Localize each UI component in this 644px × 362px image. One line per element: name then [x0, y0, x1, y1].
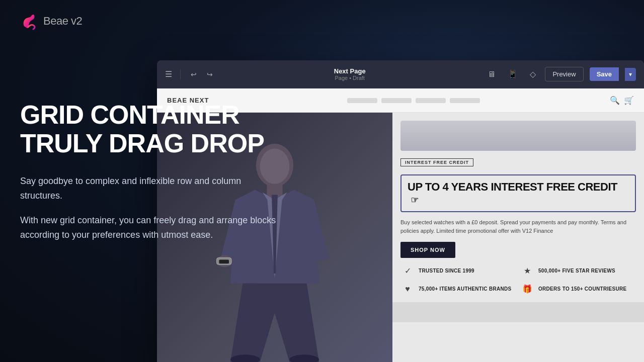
toolbar-center: Next Page Page • Draft [221, 67, 478, 81]
orders-icon: 🎁 [520, 282, 534, 296]
redo-button[interactable]: ↪ [205, 68, 215, 80]
interest-badge: INTEREST FREE CREDIT [400, 158, 473, 166]
heading-line1: GRID CONTAINER [20, 100, 239, 129]
five-star-text: 500,000+ FIVE STAR REVIEWS [538, 267, 615, 274]
search-icon[interactable]: 🔍 [610, 96, 620, 105]
description-1: Say goodbye to complex and inflexible ro… [20, 174, 282, 203]
toolbar-right: 🖥 📱 ◇ Preview Save ▾ [485, 67, 636, 81]
trust-badge-0: ✓ TRUSTED SINCE 1999 [400, 264, 516, 278]
menu-icon[interactable]: ☰ [165, 69, 172, 79]
authentic-brands-text: 75,000+ ITEMS AUTHENTIC BRANDS [419, 286, 512, 292]
nav-link-1 [347, 98, 377, 103]
nav-link-4 [450, 98, 480, 103]
authentic-brands-icon: ♥ [400, 282, 415, 296]
logo-text: Beae v2 [43, 15, 82, 28]
desktop-view-icon[interactable]: 🖥 [485, 68, 499, 81]
save-button[interactable]: Save [590, 67, 619, 81]
product-top-image [400, 121, 636, 151]
interest-badge-wrapper: INTEREST FREE CREDIT [400, 157, 636, 168]
description-2: With new grid container, you can freely … [20, 213, 282, 242]
editor-toolbar: ☰ ↩ ↪ Next Page Page • Draft 🖥 📱 ◇ Previ… [157, 60, 644, 88]
drag-cursor-icon: ☞ [411, 195, 419, 206]
product-heading: UP TO 4 YEARS INTEREST FREE CREDIT ☞ [408, 180, 617, 206]
trust-badge-2: ♥ 75,000+ ITEMS AUTHENTIC BRANDS [400, 282, 516, 296]
shop-now-button[interactable]: SHOP NOW [400, 242, 455, 258]
product-section: INTEREST FREE CREDIT UP TO 4 YEARS INTER… [392, 113, 644, 362]
left-content-area: GRID CONTAINER TRULY DRAG DROP Say goodb… [20, 101, 282, 252]
trust-badges: ✓ TRUSTED SINCE 1999 ★ 500,000+ FIVE STA… [400, 264, 636, 296]
save-dropdown-button[interactable]: ▾ [625, 68, 636, 81]
brand-name: Beae [43, 15, 68, 27]
preview-button[interactable]: Preview [545, 67, 583, 81]
logo-area: Beae v2 [20, 12, 82, 30]
trusted-since-icon: ✓ [400, 264, 415, 278]
trust-badge-1: ★ 500,000+ FIVE STAR REVIEWS [520, 264, 636, 278]
heading-line2: TRULY DRAG DROP [20, 129, 264, 158]
five-star-icon: ★ [520, 264, 534, 278]
nav-link-3 [416, 98, 446, 103]
product-description: Buy selected watches with a £0 deposit. … [400, 218, 636, 236]
undo-button[interactable]: ↩ [189, 68, 199, 80]
orders-text: ORDERS TO 150+ COUNTRIESURE [538, 286, 626, 292]
toolbar-divider [180, 69, 181, 79]
brand-version: v2 [71, 15, 82, 27]
beae-logo-icon [20, 12, 38, 30]
nav-link-2 [381, 98, 412, 103]
mobile-view-icon[interactable]: 📱 [505, 67, 521, 81]
main-heading: GRID CONTAINER TRULY DRAG DROP [20, 101, 282, 158]
product-heading-box[interactable]: UP TO 4 YEARS INTEREST FREE CREDIT ☞ [400, 174, 636, 212]
page-name: Next Page [334, 67, 366, 75]
product-heading-text: UP TO 4 YEARS INTEREST FREE CREDIT [408, 180, 617, 193]
trusted-since-text: TRUSTED SINCE 1999 [419, 267, 474, 274]
bottom-strip [392, 302, 644, 322]
page-status: Page • Draft [335, 75, 365, 81]
store-nav-icons: 🔍 🛒 [610, 96, 634, 105]
settings-icon[interactable]: ◇ [527, 67, 539, 81]
svg-rect-7 [219, 260, 229, 264]
cart-icon[interactable]: 🛒 [624, 96, 634, 105]
store-nav-links [227, 98, 600, 103]
trust-badge-3: 🎁 ORDERS TO 150+ COUNTRIESURE [520, 282, 636, 296]
